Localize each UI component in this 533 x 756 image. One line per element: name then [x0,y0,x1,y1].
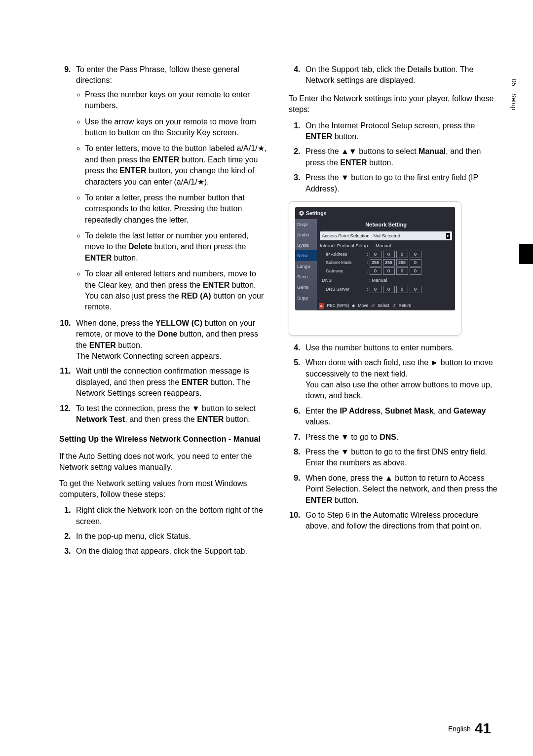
steps-list-player-cont: Use the number buttons to enter numbers.… [289,342,498,532]
p-step-6: Enter the IP Address, Subnet Mask, and G… [303,406,498,428]
p-step-8: Press the ▼ button to go to the first DN… [303,447,498,469]
chapter-title: Setup [510,93,518,110]
right-column: On the Support tab, click the Details bu… [289,64,498,564]
ip-octet: 255 [396,259,408,266]
osd-dns-server-row: DNS Server: 0 0 0 0 [326,286,452,293]
osd-ap-select: Access Point Selection : Not Selected ▸ [320,231,452,240]
osd-sidebar-item: Netw [295,250,317,261]
osd-figure: Settings DisplAudioSysteNetwLanguSecuGen… [289,201,461,336]
ip-octet: 0 [370,251,381,258]
win-step-2: In the pop-up menu, click Status. [73,531,269,542]
step-11: Wait until the connection confirmation m… [73,366,269,399]
ip-octet: 0 [396,267,408,275]
bullet: To enter letters, move to the button lab… [85,143,269,188]
footer-page-number: 41 [475,720,491,736]
osd-dns-row: DNS : Manual [322,277,452,283]
bullet: To delete the last letter or number you … [85,230,269,264]
paragraph: If the Auto Setting does not work, you n… [59,451,269,473]
page-footer: English 41 [448,718,491,739]
osd-sidebar: DisplAudioSysteNetwLanguSecuGeneSupp [295,219,317,310]
steps-list-cont: On the Support tab, click the Details bu… [289,64,498,86]
osd-sidebar-item: Supp [295,293,317,303]
osd-screen: Settings DisplAudioSysteNetwLanguSecuGen… [295,207,455,310]
p-step-5: When done with each field, use the ► but… [303,357,498,402]
p-step-1: On the Internet Protocol Setup screen, p… [303,120,498,143]
updown-icon: ◆ [352,303,355,308]
osd-foot-return: Return [399,303,412,309]
win-step-3: On the dialog that appears, click the Su… [73,546,269,557]
section-heading: Setting Up the Wireless Network Connecti… [59,434,269,445]
osd-ip-row: Subnet Mask: 2552552550 [326,259,452,266]
ip-octet: 0 [410,259,421,266]
osd-ips-row: Internet Protocol Setup : Manual [320,242,452,249]
content-columns: To enter the Pass Phrase, follow these g… [59,64,498,564]
footer-language: English [448,725,471,733]
steps-list-windows: Right click the Network icon on the bott… [59,505,269,557]
p-step-10: Go to Step 6 in the Automatic Wireless p… [303,510,498,532]
p-step-4: Use the number buttons to enter numbers. [303,342,498,353]
ip-octet: 0 [383,267,395,275]
osd-sidebar-item: Displ [295,219,317,229]
chevron-right-icon: ▸ [446,233,450,238]
edge-tab [519,244,533,264]
bullet: To enter a letter, press the number butt… [85,192,269,226]
manual-page: 05 Setup To enter the Pass Phrase, follo… [0,0,533,756]
step-10: When done, press the YELLOW (C) button o… [73,318,269,362]
gear-icon [299,211,304,216]
step-9-lead: To enter the Pass Phrase, follow these g… [76,65,239,84]
osd-sidebar-item: Gene [295,282,317,292]
bullet: To clear all entered letters and numbers… [85,268,269,313]
left-column: To enter the Pass Phrase, follow these g… [59,64,269,564]
ip-octet: 0 [410,267,421,275]
osd-sidebar-item: Secu [295,271,317,282]
enter-icon: ⏎ [371,303,375,308]
ip-octet: 255 [370,259,381,266]
osd-ap-row: Access Point Selection : Not Selected ▸ [320,231,452,240]
steps-list-player: On the Internet Protocol Setup screen, p… [289,120,498,194]
ip-octet: 0 [396,251,408,258]
osd-ip-rows: IP Address: 0000Subnet Mask: 2552552550G… [320,250,452,276]
win-step-1: Right click the Network icon on the bott… [73,505,269,527]
osd-footer: a PBC (WPS) ◆ Move ⏎ Select ↺ Return [319,303,452,309]
step-9-bullets: Press the number keys on your remote to … [76,89,269,313]
osd-panel-title: Network Setting [320,221,452,228]
a-key-icon: a [319,303,324,308]
bullet: Press the number keys on your remote to … [85,89,269,112]
step-9: To enter the Pass Phrase, follow these g… [73,64,269,313]
bullet: Use the arrow keys on your remote to mov… [85,116,269,139]
p-step-3: Press the ▼ button to go to the first en… [303,172,498,194]
osd-sidebar-item: Syste [295,240,317,250]
win-step-4: On the Support tab, click the Details bu… [303,64,498,86]
side-tab: 05 Setup [509,79,518,110]
osd-foot-pbc: PBC (WPS) [327,303,349,309]
ip-octet: 255 [383,259,395,266]
paragraph: To get the Network setting values from m… [59,478,269,500]
ip-octet: 0 [383,251,395,258]
osd-body: DisplAudioSysteNetwLanguSecuGeneSupp Net… [295,219,455,310]
osd-ip-row: Gateway: 0000 [326,267,452,275]
p-step-2: Press the ▲▼ buttons to select Manual, a… [303,146,498,168]
ip-octet: 0 [370,267,381,275]
intro-paragraph: To Enter the Network settings into your … [289,93,498,115]
osd-foot-select: Select [378,303,389,309]
osd-sidebar-item: Audio [295,229,317,240]
osd-foot-move: Move [358,303,368,309]
chapter-number: 05 [510,79,518,86]
osd-ip-row: IP Address: 0000 [326,251,452,258]
p-step-7: Press the ▼ to go to DNS. [303,432,498,443]
osd-sidebar-item: Langu [295,261,317,271]
step-12: To test the connection, press the ▼ butt… [73,403,269,425]
p-step-9: When done, press the ▲ button to return … [303,473,498,506]
ip-octet: 0 [410,251,421,258]
osd-header: Settings [295,207,455,219]
steps-list-9: To enter the Pass Phrase, follow these g… [59,64,269,425]
return-icon: ↺ [392,303,396,308]
osd-header-title: Settings [306,210,326,217]
osd-main: Network Setting Access Point Selection :… [317,219,455,310]
